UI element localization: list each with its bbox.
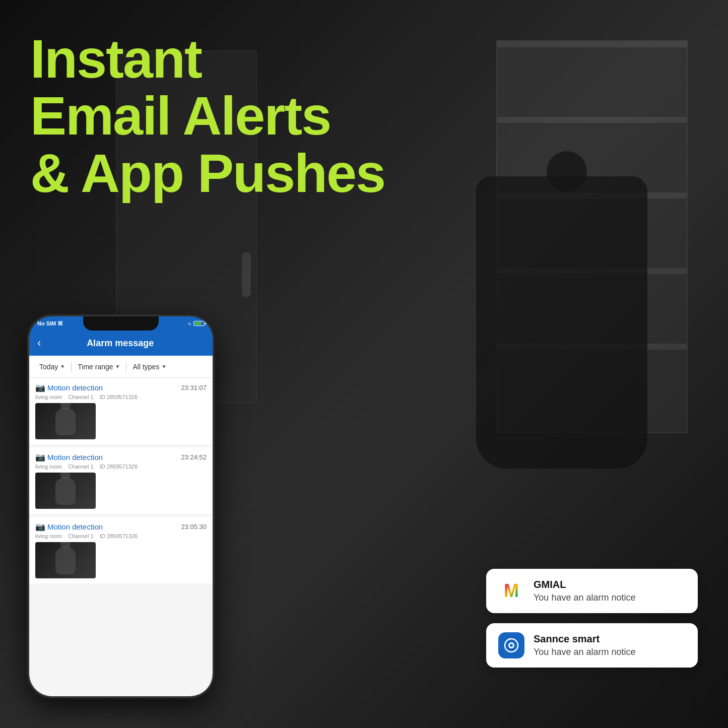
alarm-title-row-2: 📷 Motion detection: [35, 452, 103, 461]
alarm-thumbnail-3[interactable]: [35, 542, 96, 578]
alarm-location-2: living room: [35, 464, 62, 470]
gmail-message: You have an alarm notice: [534, 592, 635, 603]
phone-outer: No SIM ⌘ ∿ ‹ Alarm message Today ▼ Time …: [28, 315, 214, 698]
app-header: ‹ Alarm message: [29, 330, 213, 356]
motion-icon-2: 📷: [35, 452, 44, 461]
battery-tip: [205, 322, 206, 325]
status-icons: ∿: [187, 321, 205, 326]
alarm-title-1: Motion detection: [47, 383, 103, 392]
alarm-time-2: 23:24:52: [181, 453, 207, 461]
notifications-wrapper: M GMIAL You have an alarm notice Sannce …: [486, 569, 698, 668]
alarm-meta-2: living room Channel 1 ID 2859571326: [35, 464, 207, 470]
thumb-figure-2: [55, 477, 76, 505]
sannce-app-name: Sannce smart: [534, 633, 635, 645]
alarm-channel-3: Channel 1: [68, 533, 93, 539]
battery-icon: [193, 321, 205, 326]
gmail-text-block: GMIAL You have an alarm notice: [534, 579, 635, 603]
filter-bar: Today ▼ Time range ▼ All types ▼: [29, 356, 213, 378]
alarm-title-2: Motion detection: [47, 453, 103, 461]
alarm-location-3: living room: [35, 533, 62, 539]
sannce-notification[interactable]: Sannce smart You have an alarm notice: [486, 623, 698, 668]
motion-icon-3: 📷: [35, 522, 44, 531]
gmail-m-letter: M: [504, 580, 519, 602]
alarm-channel-1: Channel 1: [68, 394, 93, 400]
gmail-notification[interactable]: M GMIAL You have an alarm notice: [486, 569, 698, 613]
alarm-id-1: ID 2859571326: [100, 394, 138, 400]
filter-divider-2: [126, 362, 126, 372]
thumb-inner-1: [35, 403, 96, 439]
alarm-meta-3: living room Channel 1 ID 2859571326: [35, 533, 207, 539]
filter-date[interactable]: Today ▼: [35, 361, 69, 373]
gmail-icon: M: [498, 578, 524, 604]
filter-type[interactable]: All types ▼: [128, 361, 170, 373]
alarm-thumbnail-2[interactable]: [35, 473, 96, 509]
alarm-title-row-1: 📷 Motion detection: [35, 383, 103, 392]
thumb-figure-3: [55, 547, 76, 574]
sannce-text-block: Sannce smart You have an alarm notice: [534, 633, 635, 657]
alarm-header-row-1: 📷 Motion detection 23:31:07: [35, 383, 207, 392]
filter-divider-1: [71, 362, 72, 372]
time-caret-icon: ▼: [115, 364, 120, 369]
alarm-header-row-2: 📷 Motion detection 23:24:52: [35, 452, 207, 461]
motion-icon-1: 📷: [35, 383, 44, 392]
phone-mockup: No SIM ⌘ ∿ ‹ Alarm message Today ▼ Time …: [28, 315, 214, 698]
alarm-time-3: 23:05:30: [181, 523, 207, 531]
thumb-figure-1: [55, 408, 76, 435]
alarm-id-2: ID 2859571326: [100, 464, 138, 470]
alarm-header-row-3: 📷 Motion detection 23:05:30: [35, 522, 207, 531]
filter-type-label: All types: [133, 363, 159, 371]
gmail-app-name: GMIAL: [534, 579, 635, 590]
alarm-item-1[interactable]: 📷 Motion detection 23:31:07 living room …: [29, 378, 213, 444]
battery-fill: [194, 322, 202, 325]
wifi-icon: ∿: [187, 321, 191, 326]
alarm-time-1: 23:31:07: [181, 384, 207, 391]
alarm-channel-2: Channel 1: [68, 464, 93, 470]
thumb-inner-3: [35, 542, 96, 578]
svg-point-2: [510, 644, 513, 647]
alarm-title-3: Motion detection: [47, 522, 103, 531]
sannce-eye-icon: [503, 637, 519, 653]
alarm-title-row-3: 📷 Motion detection: [35, 522, 103, 531]
thumb-inner-2: [35, 473, 96, 509]
headline-line1: Instant: [30, 30, 385, 87]
phone-notch: [83, 316, 159, 330]
headline-block: Instant Email Alerts & App Pushes: [30, 30, 385, 202]
alarm-location-1: living room: [35, 394, 62, 400]
alarm-item-2[interactable]: 📷 Motion detection 23:24:52 living room …: [29, 447, 213, 514]
carrier-label: No SIM ⌘: [37, 320, 63, 327]
alarm-list: 📷 Motion detection 23:31:07 living room …: [29, 378, 213, 696]
alarm-item-3[interactable]: 📷 Motion detection 23:05:30 living room …: [29, 517, 213, 583]
date-caret-icon: ▼: [60, 364, 65, 369]
alarm-thumbnail-1[interactable]: [35, 403, 96, 439]
filter-time-range[interactable]: Time range ▼: [74, 361, 124, 373]
type-caret-icon: ▼: [161, 364, 166, 369]
alarm-id-3: ID 2859571326: [100, 533, 138, 539]
headline-line3: & App Pushes: [30, 145, 385, 202]
sannce-icon: [498, 632, 524, 658]
headline-line2: Email Alerts: [30, 87, 385, 144]
sannce-message: You have an alarm notice: [534, 647, 635, 657]
app-header-title: Alarm message: [36, 338, 205, 349]
alarm-meta-1: living room Channel 1 ID 2859571326: [35, 394, 207, 400]
